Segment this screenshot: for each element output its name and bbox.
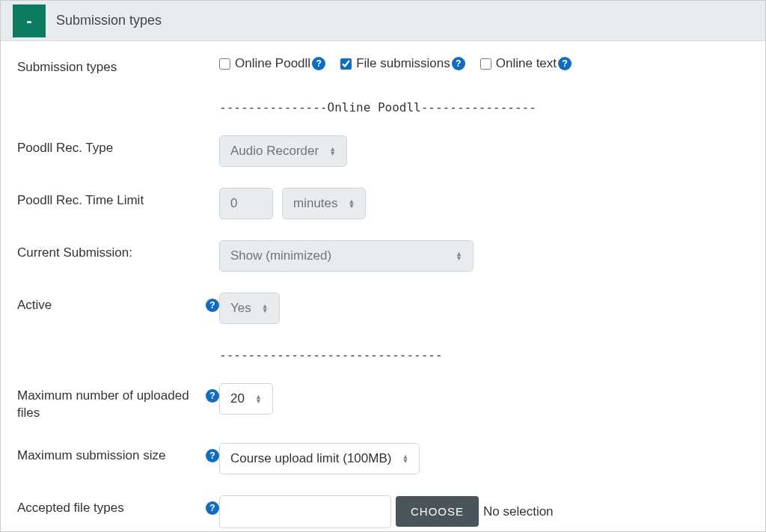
label-max-size: Maximum submission size [17, 447, 198, 465]
input-accepted-types[interactable] [219, 495, 391, 528]
section-title: Submission types [56, 13, 162, 28]
help-icon[interactable]: ? [206, 449, 219, 462]
checkbox-label-online-text: Online text [496, 56, 557, 71]
updown-icon: ▲▼ [349, 199, 355, 208]
help-icon[interactable]: ? [206, 389, 219, 403]
submission-types-group: Online Poodll ? File submissions ? Onlin… [219, 55, 749, 71]
time-limit-value: 0 [230, 196, 237, 211]
help-icon[interactable]: ? [206, 299, 219, 312]
row-divider-poodll: ---------------Online Poodll------------… [17, 97, 749, 114]
collapse-toggle[interactable]: - [13, 4, 46, 37]
row-active: Active ? Yes ▲▼ [17, 293, 749, 324]
checkbox-item-file-submissions: File submissions ? [340, 56, 465, 71]
select-value: Course upload limit (100MB) [230, 451, 391, 466]
divider-online-poodll: ---------------Online Poodll------------… [219, 97, 749, 114]
label-poodll-time-limit: Poodll Rec. Time Limit [17, 192, 219, 210]
row-accepted-types: Accepted file types ? CHOOSE No selectio… [17, 495, 749, 528]
help-icon[interactable]: ? [558, 57, 572, 70]
select-max-size[interactable]: Course upload limit (100MB) ▲▼ [219, 443, 420, 474]
row-max-files: Maximum number of uploaded files ? 20 ▲▼ [17, 383, 749, 422]
select-value: minutes [293, 196, 338, 211]
help-icon[interactable]: ? [312, 57, 325, 70]
help-icon[interactable]: ? [206, 501, 219, 515]
row-divider-2: ------------------------------- [17, 345, 749, 362]
no-selection-text: No selection [483, 504, 554, 519]
label-active: Active [17, 297, 198, 314]
choose-button[interactable]: CHOOSE [396, 496, 479, 527]
row-current-submission: Current Submission: Show (minimized) ▲▼ [17, 240, 749, 272]
label-submission-types: Submission types [17, 59, 219, 76]
select-value: Yes [230, 301, 251, 316]
label-max-files: Maximum number of uploaded files [17, 388, 198, 422]
checkbox-online-text[interactable] [480, 58, 491, 70]
select-value: Audio Recorder [230, 144, 319, 159]
updown-icon: ▲▼ [262, 304, 269, 313]
updown-icon: ▲▼ [255, 394, 262, 403]
select-current-submission[interactable]: Show (minimized) ▲▼ [219, 240, 474, 272]
row-poodll-time-limit: Poodll Rec. Time Limit 0 minutes ▲▼ [17, 188, 749, 219]
row-submission-types: Submission types Online Poodll ? File su… [17, 55, 749, 76]
checkbox-item-online-poodll: Online Poodll ? [219, 56, 325, 71]
checkbox-label-file-submissions: File submissions [356, 56, 450, 71]
checkbox-item-online-text: Online text ? [480, 56, 572, 71]
label-current-submission: Current Submission: [17, 245, 219, 262]
select-max-files[interactable]: 20 ▲▼ [219, 383, 273, 415]
select-value: Show (minimized) [230, 248, 331, 263]
row-poodll-rec-type: Poodll Rec. Type Audio Recorder ▲▼ [17, 135, 749, 167]
label-poodll-rec-type: Poodll Rec. Type [17, 140, 219, 157]
section-header: - Submission types [1, 1, 765, 41]
select-poodll-rec-type[interactable]: Audio Recorder ▲▼ [219, 135, 347, 167]
help-icon[interactable]: ? [452, 57, 465, 70]
label-accepted-types: Accepted file types [17, 500, 198, 517]
form-area: Submission types Online Poodll ? File su… [1, 41, 765, 532]
divider-generic: ------------------------------- [219, 345, 749, 362]
select-active[interactable]: Yes ▲▼ [219, 293, 280, 324]
updown-icon: ▲▼ [329, 147, 336, 156]
checkbox-label-online-poodll: Online Poodll [235, 56, 310, 71]
updown-icon: ▲▼ [402, 454, 408, 463]
updown-icon: ▲▼ [456, 251, 462, 260]
checkbox-online-poodll[interactable] [219, 58, 230, 70]
input-time-limit-value[interactable]: 0 [219, 188, 273, 219]
checkbox-file-submissions[interactable] [340, 58, 352, 70]
select-value: 20 [230, 391, 245, 406]
row-max-size: Maximum submission size ? Course upload … [17, 443, 749, 474]
select-time-unit[interactable]: minutes ▲▼ [282, 188, 366, 219]
